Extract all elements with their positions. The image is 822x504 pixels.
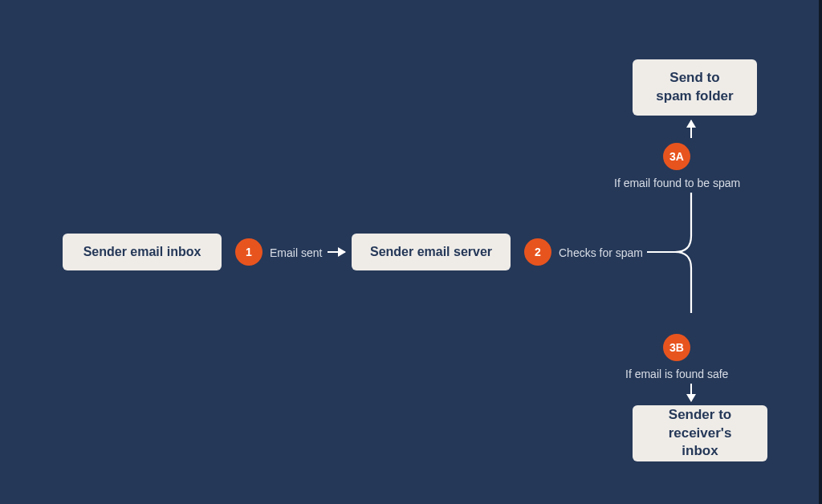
- arrow-inbox-to-server: [328, 251, 345, 253]
- step-number: 3A: [669, 150, 684, 163]
- step-number: 3B: [669, 341, 684, 354]
- step-badge-3a: 3A: [663, 143, 690, 170]
- step-number: 2: [535, 246, 541, 258]
- node-label: Sender toreceiver's inbox: [649, 406, 751, 461]
- step-badge-1: 1: [235, 238, 262, 266]
- node-spam-folder: Send tospam folder: [633, 59, 757, 116]
- step-label-3a: If email found to be spam: [614, 177, 740, 189]
- node-label: Send tospam folder: [656, 69, 733, 106]
- node-label: Sender email inbox: [83, 243, 201, 261]
- step-badge-2: 2: [524, 238, 551, 266]
- step-label-2: Checks for spam: [559, 246, 643, 259]
- step-label-3b: If email is found safe: [625, 368, 728, 380]
- arrow-to-safe: [690, 384, 692, 401]
- step-number: 1: [246, 246, 252, 258]
- branch-lines: [647, 193, 703, 313]
- node-label: Sender email server: [370, 243, 492, 261]
- node-receiver-inbox: Sender toreceiver's inbox: [633, 405, 767, 461]
- step-badge-3b: 3B: [663, 334, 690, 361]
- node-sender-inbox: Sender email inbox: [63, 234, 222, 270]
- arrow-to-spam: [690, 120, 692, 138]
- step-label-1: Email sent: [270, 246, 322, 259]
- right-edge-shadow: [819, 0, 822, 504]
- node-sender-server: Sender email server: [352, 234, 511, 270]
